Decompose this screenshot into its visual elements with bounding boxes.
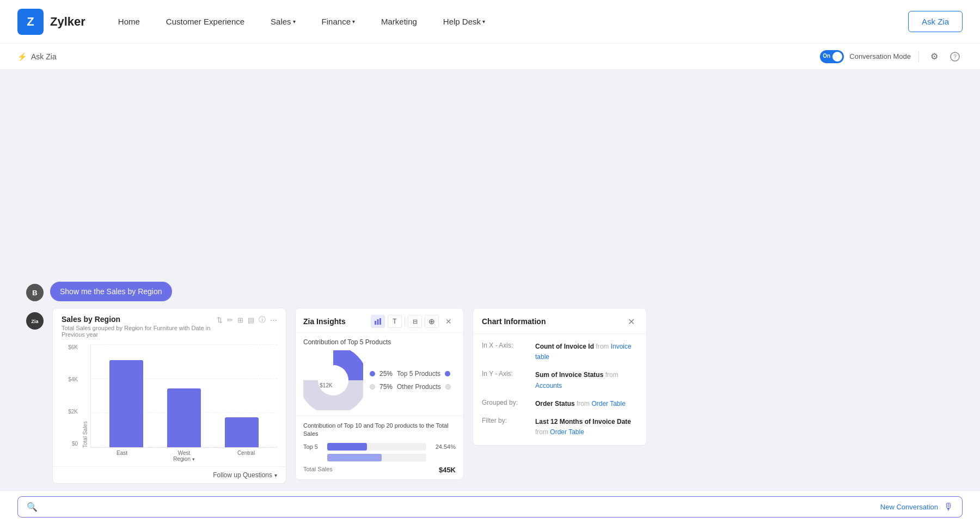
toggle-knob: [832, 52, 842, 62]
info-val-grouped: Order Status from Order Table: [535, 399, 638, 409]
x-axis-labels: East WestRegion ▾ Central: [62, 450, 277, 462]
main-area: B Show me the Sales by Region Zia Sales …: [0, 70, 980, 490]
sales-chevron-icon: ▾: [293, 19, 296, 25]
info-val-yaxis: Sum of Invoice Status from Accounts: [535, 370, 638, 391]
help-icon[interactable]: ?: [947, 49, 963, 64]
info-row-grouped: Grouped by: Order Status from Order Tabl…: [482, 399, 638, 409]
mic-icon[interactable]: 🎙: [944, 501, 953, 513]
bar-mini-section: Contribution of Top 10 and Top 20 produc…: [296, 416, 463, 479]
chart-info-panel: Chart Information ✕ In X - Axis: Count o…: [473, 308, 647, 446]
table-icon[interactable]: ▤: [248, 316, 254, 324]
bar-east: [97, 360, 155, 447]
info-val-xaxis: Count of Invoice Id from Invoice table: [535, 342, 638, 362]
chat-area: B Show me the Sales by Region: [0, 70, 980, 308]
bar-chart: $6K $4K $2K $0 Total Sales: [53, 340, 286, 462]
nav-finance[interactable]: Finance▾: [322, 17, 355, 26]
grid-icon[interactable]: ⊞: [237, 316, 243, 324]
bar-central: [213, 417, 271, 447]
sub-header-left: ⚡ Ask Zia: [17, 52, 57, 61]
edit-icon[interactable]: ✏: [227, 316, 233, 324]
info-panel-title: Chart Information: [482, 317, 546, 326]
input-bar: 🔍 New Conversation 🎙: [0, 490, 980, 523]
y-axis-labels: $6K $4K $2K $0: [62, 344, 82, 448]
svg-text:Zia: Zia: [31, 319, 39, 324]
pie-section-title: Contribution of Top 5 Products: [303, 338, 456, 346]
vertical-divider: [918, 51, 919, 62]
bar-chart-icon[interactable]: [371, 315, 385, 328]
nav-helpdesk[interactable]: Help Desk▾: [443, 17, 485, 26]
follow-up-chevron-icon: ▾: [274, 472, 277, 478]
sales-panel-title: Sales by Region: [62, 315, 212, 324]
close-info-icon[interactable]: ✕: [624, 315, 638, 328]
search-input[interactable]: [43, 502, 875, 512]
pie-section: Contribution of Top 5 Products $4K: [296, 333, 463, 416]
response-area: Zia Sales by Region Total Sales grouped …: [0, 308, 980, 490]
more-icon[interactable]: ⋯: [270, 316, 277, 324]
new-conversation-button[interactable]: New Conversation: [880, 503, 938, 511]
text-icon[interactable]: T: [388, 315, 402, 328]
insights-icons: T ⊟ ⊕ ✕: [371, 315, 456, 328]
header: Z Zylker Home Customer Experience Sales▾…: [0, 0, 980, 44]
svg-text:$12K: $12K: [320, 382, 333, 388]
sub-header: ⚡ Ask Zia On Conversation Mode ⚙ ?: [0, 44, 980, 70]
legend-top5: 25% Top 5 Products: [370, 370, 451, 378]
zia-avatar: Zia: [26, 312, 44, 330]
pie-chart: $4K $12K: [303, 350, 363, 410]
svg-rect-4: [375, 321, 376, 325]
close-insights-icon[interactable]: ✕: [442, 315, 456, 328]
settings-icon[interactable]: ⚙: [927, 49, 942, 64]
sub-header-right: On Conversation Mode ⚙ ?: [820, 49, 963, 64]
info-key-filter: Filter by:: [482, 417, 531, 437]
toggle-container[interactable]: On: [820, 50, 844, 63]
pie-legend: 25% Top 5 Products 75% Other Products: [370, 370, 451, 391]
info-row-filter: Filter by: Last 12 Months of Invoice Dat…: [482, 417, 638, 437]
bar-west: [155, 388, 213, 447]
sales-panel-subtitle: Total Sales grouped by Region for Furnit…: [62, 325, 212, 338]
total-sales-label: Total Sales: [303, 466, 333, 474]
bar-mini-section-title: Contribution of Top 10 and Top 20 produc…: [303, 422, 456, 439]
user-chat-bubble: Show me the Sales by Region: [50, 282, 172, 301]
total-sales-value: $45K: [439, 466, 456, 474]
user-message-row: B Show me the Sales by Region: [26, 282, 954, 301]
info-key-xaxis: In X - Axis:: [482, 342, 531, 362]
logo-icon: Z: [17, 9, 44, 35]
sales-panel-actions: ⇅ ✏ ⊞ ▤ ⓘ ⋯: [217, 315, 277, 325]
info-val-filter: Last 12 Months of Invoice Datefrom Order…: [535, 417, 638, 437]
conversation-mode-toggle[interactable]: On: [820, 50, 844, 63]
svg-rect-5: [377, 319, 379, 325]
globe-icon[interactable]: ⊕: [425, 315, 439, 328]
insights-title: Zia Insights: [303, 317, 346, 326]
sort-icon[interactable]: ⇅: [217, 316, 223, 324]
divider-insights: [405, 317, 405, 326]
ask-zia-button[interactable]: Ask Zia: [908, 11, 963, 32]
conversation-mode-label: Conversation Mode: [849, 52, 911, 60]
svg-point-9: [318, 365, 348, 396]
follow-up-questions[interactable]: Follow up Questions ▾: [53, 466, 286, 483]
toggle-on-text: On: [823, 53, 830, 59]
nav-customer-experience[interactable]: Customer Experience: [166, 17, 244, 26]
info-icon[interactable]: ⓘ: [259, 315, 266, 325]
svg-text:$4K: $4K: [335, 370, 346, 376]
helpdesk-chevron-icon: ▾: [482, 19, 485, 25]
zia-insights-panel: Zia Insights T ⊟ ⊕ ✕ Contribution of Top…: [295, 308, 464, 480]
svg-rect-6: [379, 318, 381, 325]
legend-other: 75% Other Products: [370, 383, 451, 391]
nav-home[interactable]: Home: [118, 17, 140, 26]
table-view-icon[interactable]: ⊟: [408, 315, 422, 328]
info-row-xaxis: In X - Axis: Count of Invoice Id from In…: [482, 342, 638, 362]
ask-zia-label: Ask Zia: [31, 52, 57, 61]
svg-text:?: ?: [953, 54, 957, 60]
nav-sales[interactable]: Sales▾: [271, 17, 296, 26]
logo-block: Z Zylker: [17, 9, 85, 35]
info-key-grouped: Grouped by:: [482, 399, 531, 409]
info-row-yaxis: In Y - Axis: Sum of Invoice Status from …: [482, 370, 638, 391]
main-nav: Home Customer Experience Sales▾ Finance▾…: [118, 17, 908, 26]
bars-container: [90, 344, 277, 448]
info-key-yaxis: In Y - Axis:: [482, 370, 531, 391]
pie-svg: $4K $12K: [303, 350, 363, 410]
search-icon: 🔍: [27, 502, 38, 512]
nav-marketing[interactable]: Marketing: [381, 17, 417, 26]
zia-sub-icon: ⚡: [17, 52, 27, 61]
input-bar-wrapper: 🔍 New Conversation 🎙: [17, 496, 963, 518]
finance-chevron-icon: ▾: [352, 19, 355, 25]
